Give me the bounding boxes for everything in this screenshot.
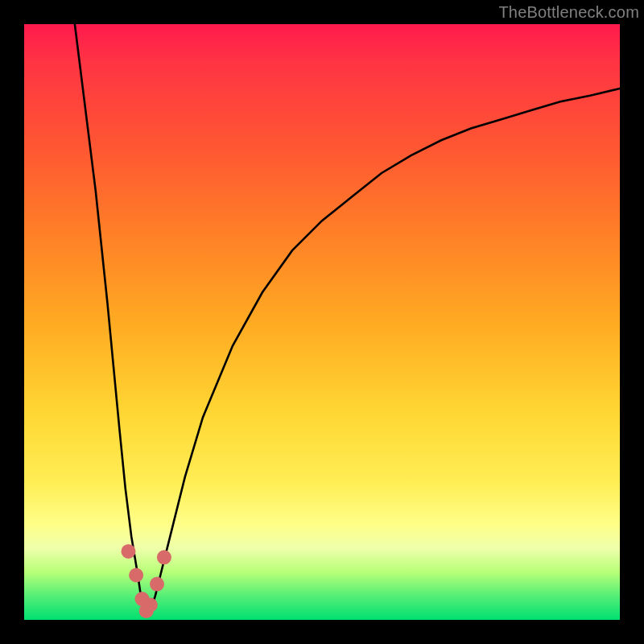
highlight-markers xyxy=(122,544,171,618)
marker-dot xyxy=(122,544,136,559)
marker-dot xyxy=(157,550,171,564)
chart-frame: TheBottleneck.com xyxy=(0,0,644,644)
plot-area xyxy=(24,24,620,620)
curve-left-branch xyxy=(75,24,149,614)
chart-svg xyxy=(24,24,620,620)
marker-dot xyxy=(129,568,143,583)
watermark-text: TheBottleneck.com xyxy=(498,3,639,22)
marker-dot xyxy=(143,598,158,613)
curve-right-branch xyxy=(149,89,620,614)
marker-dot xyxy=(150,577,164,592)
